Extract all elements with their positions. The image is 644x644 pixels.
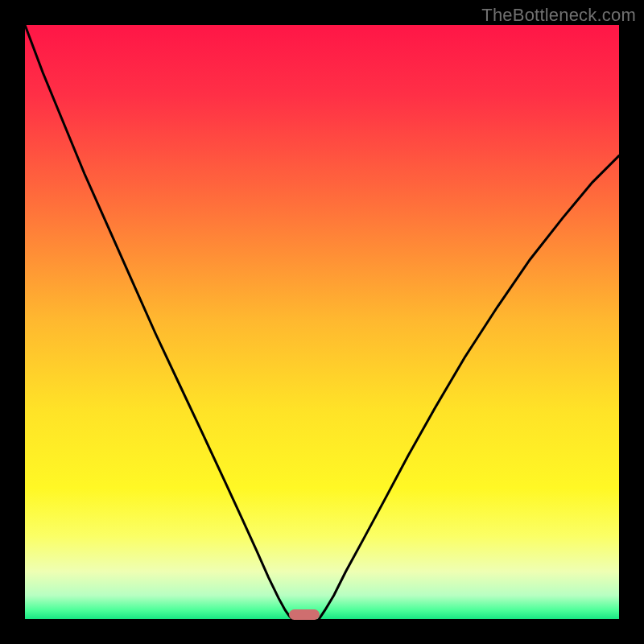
bottleneck-marker [289,609,320,620]
left-branch-curve [25,25,292,619]
watermark-text: TheBottleneck.com [481,5,636,26]
curve-layer [25,25,619,619]
right-branch-curve [319,155,619,619]
chart-frame: TheBottleneck.com [0,0,644,644]
